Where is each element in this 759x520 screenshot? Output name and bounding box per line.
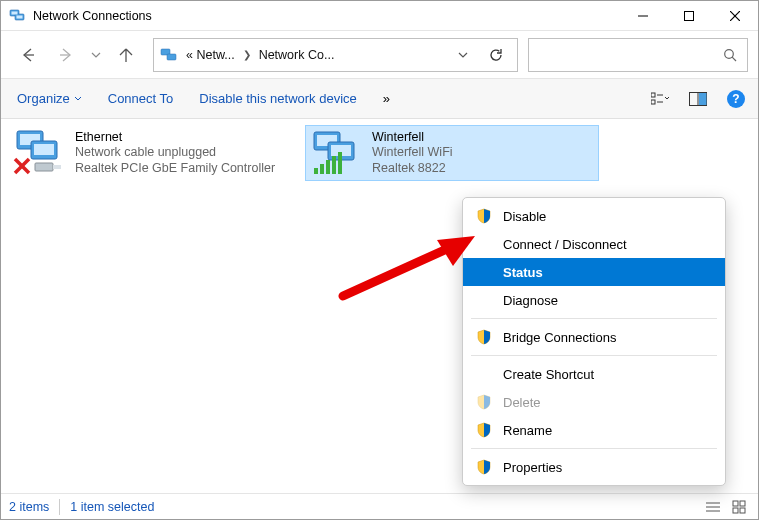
ctx-status-label: Status — [503, 265, 543, 280]
svg-rect-11 — [167, 54, 176, 60]
ctx-connect-label: Connect / Disconnect — [503, 237, 627, 252]
svg-rect-42 — [740, 501, 745, 506]
navbar: « Netw... ❯ Network Co... — [1, 31, 758, 79]
ctx-create-shortcut[interactable]: Create Shortcut — [463, 360, 725, 388]
wifi-adapter: Realtek 8822 — [372, 161, 453, 177]
recent-dropdown[interactable] — [87, 38, 105, 72]
help-button[interactable]: ? — [720, 83, 752, 115]
disable-device-label: Disable this network device — [199, 91, 357, 106]
spacer-icon — [475, 235, 493, 253]
command-bar: Organize Connect To Disable this network… — [1, 79, 758, 119]
chevron-right-icon[interactable]: ❯ — [243, 49, 251, 60]
minimize-button[interactable] — [620, 1, 666, 31]
svg-rect-5 — [685, 11, 694, 20]
ctx-separator — [471, 355, 717, 356]
ctx-properties[interactable]: Properties — [463, 453, 725, 481]
svg-rect-2 — [12, 11, 18, 14]
connect-to-button[interactable]: Connect To — [98, 85, 184, 112]
ctx-shortcut-label: Create Shortcut — [503, 367, 594, 382]
ctx-diagnose-label: Diagnose — [503, 293, 558, 308]
ctx-bridge-label: Bridge Connections — [503, 330, 616, 345]
breadcrumb-dropdown[interactable] — [449, 49, 477, 61]
svg-rect-37 — [338, 152, 342, 174]
shield-icon — [475, 421, 493, 439]
connection-wifi[interactable]: Winterfell Winterfell WiFi Realtek 8822 — [305, 125, 599, 181]
breadcrumb-seg-1[interactable]: « Netw... — [182, 48, 239, 62]
svg-rect-27 — [35, 163, 53, 171]
search-input[interactable] — [528, 38, 748, 72]
organize-button[interactable]: Organize — [7, 85, 92, 112]
wifi-text: Winterfell Winterfell WiFi Realtek 8822 — [372, 130, 453, 176]
svg-rect-36 — [332, 156, 336, 174]
shield-icon — [475, 207, 493, 225]
ctx-rename[interactable]: Rename — [463, 416, 725, 444]
help-icon: ? — [727, 90, 745, 108]
ctx-connect-disconnect[interactable]: Connect / Disconnect — [463, 230, 725, 258]
shield-icon — [475, 393, 493, 411]
window: Network Connections — [0, 0, 759, 520]
breadcrumb-icon — [160, 46, 178, 64]
svg-rect-41 — [733, 501, 738, 506]
ethernet-icon — [13, 129, 67, 175]
ctx-disable-label: Disable — [503, 209, 546, 224]
ctx-separator — [471, 318, 717, 319]
svg-rect-20 — [699, 93, 707, 105]
connection-ethernet[interactable]: Ethernet Network cable unplugged Realtek… — [9, 125, 303, 181]
wifi-name: Winterfell — [372, 130, 453, 146]
disable-device-button[interactable]: Disable this network device — [189, 85, 367, 112]
breadcrumb[interactable]: « Netw... ❯ Network Co... — [153, 38, 518, 72]
svg-point-12 — [725, 49, 734, 58]
shield-icon — [475, 458, 493, 476]
svg-rect-28 — [53, 165, 61, 169]
ctx-separator — [471, 448, 717, 449]
ctx-rename-label: Rename — [503, 423, 552, 438]
up-button[interactable] — [109, 38, 143, 72]
connect-to-label: Connect To — [108, 91, 174, 106]
search-icon — [723, 48, 737, 62]
status-count: 2 items — [9, 500, 49, 514]
ethernet-adapter: Realtek PCIe GbE Family Controller — [75, 161, 275, 177]
breadcrumb-seg-2[interactable]: Network Co... — [255, 48, 339, 62]
svg-line-13 — [732, 57, 736, 61]
ctx-disable[interactable]: Disable — [463, 202, 725, 230]
close-button[interactable] — [712, 1, 758, 31]
svg-rect-34 — [320, 164, 324, 174]
back-button[interactable] — [11, 38, 45, 72]
tiles-view-button[interactable] — [728, 496, 750, 518]
ctx-bridge[interactable]: Bridge Connections — [463, 323, 725, 351]
wifi-status: Winterfell WiFi — [372, 145, 453, 161]
svg-rect-16 — [651, 100, 655, 104]
overflow-label: » — [383, 91, 390, 106]
shield-icon — [475, 328, 493, 346]
titlebar: Network Connections — [1, 1, 758, 31]
spacer-icon — [475, 291, 493, 309]
ctx-properties-label: Properties — [503, 460, 562, 475]
svg-rect-3 — [17, 15, 23, 18]
context-menu: Disable Connect / Disconnect Status Diag… — [462, 197, 726, 486]
spacer-icon — [475, 263, 493, 281]
overflow-button[interactable]: » — [373, 85, 400, 112]
ctx-status[interactable]: Status — [463, 258, 725, 286]
svg-rect-33 — [314, 168, 318, 174]
forward-button[interactable] — [49, 38, 83, 72]
ethernet-name: Ethernet — [75, 130, 275, 146]
status-bar: 2 items 1 item selected — [1, 493, 758, 519]
svg-rect-43 — [733, 508, 738, 513]
ctx-diagnose[interactable]: Diagnose — [463, 286, 725, 314]
svg-rect-35 — [326, 160, 330, 174]
details-view-button[interactable] — [702, 496, 724, 518]
status-selected: 1 item selected — [70, 500, 154, 514]
organize-label: Organize — [17, 91, 70, 106]
maximize-button[interactable] — [666, 1, 712, 31]
svg-rect-14 — [651, 93, 655, 97]
status-separator — [59, 499, 60, 515]
svg-rect-24 — [34, 144, 54, 155]
ctx-delete: Delete — [463, 388, 725, 416]
preview-pane-button[interactable] — [682, 83, 714, 115]
window-title: Network Connections — [33, 9, 620, 23]
chevron-down-icon — [74, 95, 82, 103]
ctx-delete-label: Delete — [503, 395, 541, 410]
ethernet-status: Network cable unplugged — [75, 145, 275, 161]
view-layout-button[interactable] — [644, 83, 676, 115]
refresh-button[interactable] — [481, 47, 511, 63]
